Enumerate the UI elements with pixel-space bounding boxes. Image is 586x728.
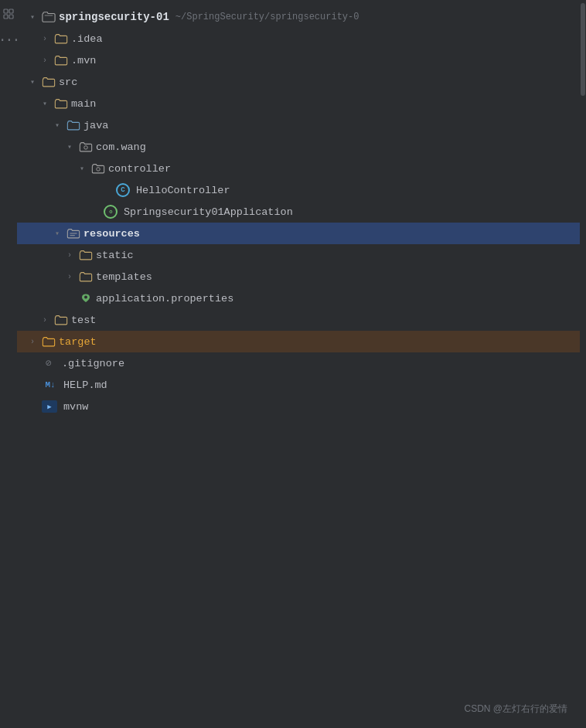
chevron-static — [63, 249, 76, 261]
scrollbar[interactable] — [580, 0, 586, 728]
chevron-root — [26, 11, 39, 23]
tree-item-mvnw[interactable]: ▶ mvnw — [17, 396, 586, 417]
tree-item-hello-controller[interactable]: C HelloController — [17, 179, 586, 201]
idea-folder-icon — [54, 32, 68, 45]
svg-rect-4 — [45, 15, 53, 15]
tree-item-src[interactable]: src — [17, 71, 586, 93]
tree-item-java[interactable]: java — [17, 114, 586, 136]
resources-folder-icon — [66, 227, 80, 240]
chevron-java — [51, 119, 63, 131]
gutter-icon-2: ··· — [2, 34, 15, 46]
src-folder-icon — [42, 76, 56, 88]
com-wang-label: com.wang — [96, 141, 146, 153]
helpmd-label: HELP.md — [63, 379, 107, 391]
tree-item-root[interactable]: springsecurity-01 ~/SpringSecurity/sprin… — [17, 6, 586, 28]
chevron-com-wang — [63, 141, 76, 153]
svg-point-9 — [84, 296, 87, 299]
templates-folder-icon — [79, 270, 93, 283]
app-properties-label: application.properties — [96, 293, 233, 304]
test-label: test — [71, 315, 96, 326]
tree-item-templates[interactable]: templates — [17, 266, 586, 287]
properties-icon — [79, 292, 93, 304]
project-folder-icon — [42, 11, 56, 23]
tree-item-controller[interactable]: controller — [17, 158, 586, 179]
svg-rect-2 — [4, 15, 8, 19]
java-folder-icon — [66, 119, 80, 131]
tree-item-mvn[interactable]: .mvn — [17, 49, 586, 71]
project-name: springsecurity-01 — [59, 11, 169, 23]
mvn-folder-icon — [54, 54, 68, 66]
static-label: static — [96, 250, 134, 261]
tree-item-test[interactable]: test — [17, 309, 586, 331]
svg-rect-0 — [4, 9, 8, 13]
gitignore-label: .gitignore — [62, 358, 124, 369]
main-label: main — [71, 98, 96, 110]
chevron-idea — [39, 32, 51, 45]
class-icon-hello: C — [116, 183, 130, 197]
src-label: src — [59, 77, 77, 88]
gitignore-icon: ⊘ — [42, 357, 56, 369]
gutter-icon-1 — [2, 8, 15, 20]
tree-item-idea[interactable]: .idea — [17, 28, 586, 49]
tree-item-target[interactable]: target — [17, 331, 586, 352]
chevron-templates — [63, 270, 76, 283]
tree-item-spring-app[interactable]: ⚙ Springsecurity01Application — [17, 201, 586, 223]
target-folder-icon — [42, 335, 56, 348]
watermark: CSDN @左灯右行的爱情 — [464, 702, 567, 716]
resources-label: resources — [83, 228, 140, 240]
scrollbar-thumb[interactable] — [581, 3, 585, 96]
tree-item-resources[interactable]: resources — [17, 223, 586, 244]
svg-rect-3 — [9, 15, 13, 19]
tree-item-gitignore[interactable]: ⊘ .gitignore — [17, 352, 586, 374]
chevron-main — [39, 97, 51, 110]
templates-label: templates — [96, 271, 152, 283]
spring-app-icon: ⚙ — [104, 205, 118, 219]
chevron-test — [39, 314, 51, 326]
project-path: ~/SpringSecurity/springsecurity-0 — [175, 12, 359, 22]
chevron-target — [26, 335, 39, 348]
chevron-mvn — [39, 54, 51, 66]
java-label: java — [83, 120, 108, 131]
idea-label: .idea — [71, 33, 103, 45]
target-label: target — [59, 336, 97, 348]
main-folder-icon — [54, 97, 68, 110]
hello-controller-label: HelloController — [136, 185, 230, 196]
test-folder-icon — [54, 314, 68, 326]
mvnw-label: mvnw — [63, 401, 88, 413]
controller-label: controller — [108, 163, 171, 175]
mvnw-icon: ▶ — [42, 400, 57, 413]
tree-item-main[interactable]: main — [17, 93, 586, 114]
chevron-controller — [76, 162, 88, 175]
tree-item-static[interactable]: static — [17, 244, 586, 266]
markdown-icon: M↓ — [42, 380, 59, 390]
svg-point-5 — [84, 146, 88, 150]
chevron-src — [26, 76, 39, 88]
svg-point-6 — [97, 168, 101, 172]
com-wang-folder-icon — [79, 141, 93, 153]
spring-app-label: Springsecurity01Application — [124, 206, 293, 218]
mvn-label: .mvn — [71, 55, 96, 66]
tree-item-com-wang[interactable]: com.wang — [17, 136, 586, 158]
chevron-resources — [51, 227, 63, 240]
tree-item-helpmd[interactable]: M↓ HELP.md — [17, 374, 586, 396]
static-folder-icon — [79, 249, 93, 261]
controller-folder-icon — [91, 162, 105, 175]
svg-rect-1 — [9, 9, 13, 13]
tree-item-app-properties[interactable]: application.properties — [17, 287, 586, 309]
